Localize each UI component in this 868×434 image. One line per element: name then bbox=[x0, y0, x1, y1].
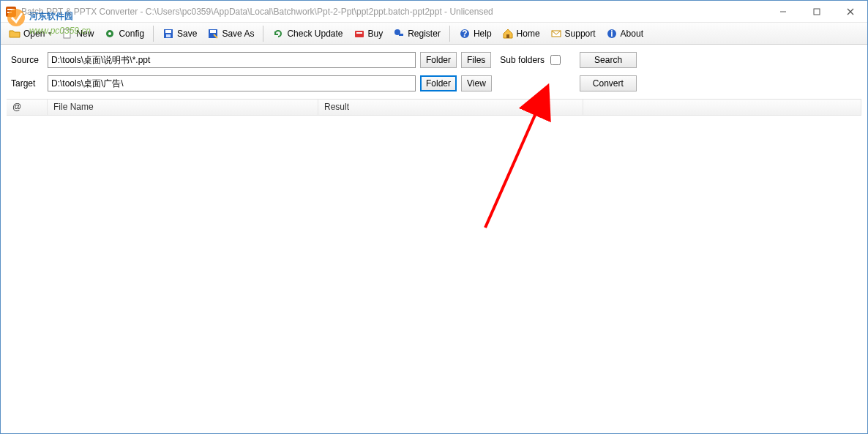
svg-rect-21 bbox=[506, 34, 509, 38]
target-input[interactable] bbox=[48, 75, 416, 91]
home-button[interactable]: Home bbox=[497, 25, 545, 42]
save-label: Save bbox=[177, 29, 197, 39]
buy-label: Buy bbox=[368, 29, 384, 39]
folder-open-icon bbox=[9, 28, 20, 40]
refresh-icon bbox=[272, 28, 284, 40]
open-label: Open bbox=[23, 29, 45, 39]
close-button[interactable] bbox=[834, 1, 867, 23]
support-label: Support bbox=[565, 29, 596, 39]
svg-rect-12 bbox=[166, 34, 171, 37]
about-button[interactable]: i About bbox=[601, 25, 648, 42]
table-header: @ File Name Result bbox=[7, 100, 861, 116]
subfolders-label: Sub folders bbox=[500, 55, 545, 65]
form-area: Source Folder Files Sub folders Search T… bbox=[1, 45, 867, 96]
svg-point-9 bbox=[108, 32, 111, 35]
main-toolbar: Open ▾ New Config Save Save As Check Upd… bbox=[1, 23, 867, 45]
gear-icon bbox=[104, 28, 116, 40]
config-label: Config bbox=[119, 29, 144, 39]
col-empty bbox=[583, 100, 861, 115]
home-icon bbox=[502, 28, 514, 40]
save-as-icon bbox=[207, 28, 219, 40]
svg-rect-14 bbox=[210, 30, 216, 33]
target-view-button[interactable]: View bbox=[461, 75, 492, 91]
svg-rect-2 bbox=[7, 12, 12, 13]
check-update-label: Check Update bbox=[287, 29, 343, 39]
home-label: Home bbox=[517, 29, 540, 39]
save-icon bbox=[162, 28, 174, 40]
col-at[interactable]: @ bbox=[7, 100, 48, 115]
maximize-button[interactable] bbox=[800, 1, 834, 23]
svg-rect-15 bbox=[355, 31, 364, 37]
svg-rect-18 bbox=[399, 34, 403, 36]
new-button[interactable]: New bbox=[56, 25, 99, 42]
register-label: Register bbox=[408, 29, 441, 39]
help-icon: ? bbox=[459, 28, 471, 40]
help-button[interactable]: ? Help bbox=[454, 25, 497, 42]
support-button[interactable]: Support bbox=[545, 25, 601, 42]
target-row: Target Folder View Convert bbox=[11, 75, 857, 91]
title-bar: Batch PPT & PPTX Converter - C:\Users\pc… bbox=[1, 1, 867, 23]
key-icon bbox=[393, 28, 405, 40]
chevron-down-icon: ▾ bbox=[48, 30, 51, 37]
toolbar-separator bbox=[153, 26, 154, 42]
config-button[interactable]: Config bbox=[99, 25, 149, 42]
buy-button[interactable]: Buy bbox=[348, 25, 389, 42]
svg-rect-4 bbox=[814, 9, 820, 15]
svg-rect-16 bbox=[356, 32, 362, 34]
minimize-button[interactable] bbox=[766, 1, 800, 23]
check-update-button[interactable]: Check Update bbox=[267, 25, 348, 42]
search-button[interactable]: Search bbox=[580, 52, 637, 68]
save-button[interactable]: Save bbox=[157, 25, 202, 42]
help-label: Help bbox=[474, 29, 492, 39]
app-icon bbox=[5, 6, 17, 18]
source-input[interactable] bbox=[48, 52, 416, 68]
svg-rect-1 bbox=[7, 9, 15, 10]
register-button[interactable]: Register bbox=[388, 25, 446, 42]
app-window: Batch PPT & PPTX Converter - C:\Users\pc… bbox=[0, 0, 868, 434]
svg-rect-11 bbox=[165, 30, 171, 33]
toolbar-separator bbox=[449, 26, 450, 42]
subfolders-checkbox[interactable] bbox=[550, 55, 561, 65]
new-label: New bbox=[76, 29, 94, 39]
source-folder-button[interactable]: Folder bbox=[420, 52, 457, 68]
results-table: @ File Name Result bbox=[7, 99, 861, 427]
cart-icon bbox=[353, 28, 365, 40]
window-title: Batch PPT & PPTX Converter - C:\Users\pc… bbox=[21, 7, 493, 17]
save-as-label: Save As bbox=[222, 29, 254, 39]
source-label: Source bbox=[11, 55, 43, 65]
file-new-icon bbox=[61, 28, 73, 40]
source-files-button[interactable]: Files bbox=[461, 52, 491, 68]
toolbar-separator bbox=[263, 26, 263, 42]
mail-icon bbox=[550, 28, 562, 40]
target-folder-button[interactable]: Folder bbox=[420, 75, 457, 91]
open-button[interactable]: Open ▾ bbox=[4, 25, 56, 42]
col-result[interactable]: Result bbox=[318, 100, 583, 115]
source-row: Source Folder Files Sub folders Search bbox=[11, 52, 857, 68]
convert-button[interactable]: Convert bbox=[580, 75, 637, 91]
save-as-button[interactable]: Save As bbox=[202, 25, 259, 42]
about-label: About bbox=[621, 29, 643, 39]
target-label: Target bbox=[11, 78, 43, 89]
svg-text:i: i bbox=[610, 29, 613, 39]
col-filename[interactable]: File Name bbox=[48, 100, 318, 115]
svg-text:?: ? bbox=[462, 29, 467, 39]
info-icon: i bbox=[606, 28, 618, 40]
